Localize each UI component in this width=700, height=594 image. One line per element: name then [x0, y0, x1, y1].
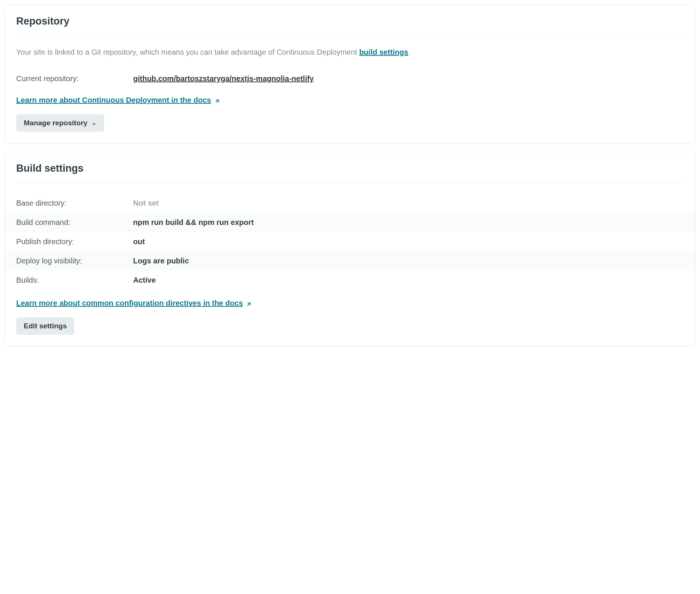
repository-card: Repository Your site is linked to a Git … — [5, 5, 695, 143]
table-row: Builds: Active — [5, 271, 695, 290]
chevron-down-icon — [91, 120, 97, 126]
repository-description: Your site is linked to a Git repository,… — [16, 46, 684, 58]
svg-line-1 — [248, 303, 250, 305]
table-row: Deploy log visibility: Logs are public — [5, 251, 695, 271]
base-directory-value: Not set — [133, 199, 159, 208]
manage-repository-label: Manage repository — [24, 119, 88, 127]
learn-more-wrap: Learn more about common configuration di… — [16, 299, 684, 308]
edit-settings-label: Edit settings — [24, 322, 67, 330]
learn-more-text: Learn more about common configuration di… — [16, 299, 243, 308]
current-repository-row: Current repository: github.com/bartoszst… — [16, 69, 684, 88]
build-settings-table: Base directory: Not set Build command: n… — [5, 194, 695, 290]
manage-repository-button[interactable]: Manage repository — [16, 114, 104, 132]
build-settings-title: Build settings — [16, 163, 684, 183]
build-command-value: npm run build && npm run export — [133, 218, 254, 227]
learn-more-continuous-deployment-link[interactable]: Learn more about Continuous Deployment i… — [16, 96, 220, 105]
current-repository-label: Current repository: — [16, 74, 133, 83]
deploy-log-visibility-label: Deploy log visibility: — [16, 257, 133, 265]
learn-more-text: Learn more about Continuous Deployment i… — [16, 96, 211, 105]
deploy-log-visibility-value: Logs are public — [133, 257, 189, 265]
learn-more-wrap: Learn more about Continuous Deployment i… — [16, 96, 684, 105]
build-settings-card: Build settings Base directory: Not set B… — [5, 152, 695, 346]
repository-description-pre: Your site is linked to a Git repository,… — [16, 48, 359, 56]
base-directory-label: Base directory: — [16, 199, 133, 208]
table-row: Base directory: Not set — [5, 194, 695, 213]
build-settings-link[interactable]: build settings — [359, 48, 408, 56]
publish-directory-label: Publish directory: — [16, 237, 133, 246]
learn-more-configuration-link[interactable]: Learn more about common configuration di… — [16, 299, 252, 308]
external-link-icon — [214, 97, 220, 103]
builds-label: Builds: — [16, 276, 133, 285]
edit-settings-button[interactable]: Edit settings — [16, 317, 74, 335]
publish-directory-value: out — [133, 237, 145, 246]
builds-value: Active — [133, 276, 156, 285]
table-row: Build command: npm run build && npm run … — [5, 213, 695, 232]
repository-description-post: . — [408, 48, 410, 56]
table-row: Publish directory: out — [5, 232, 695, 251]
build-command-label: Build command: — [16, 218, 133, 227]
repository-title: Repository — [16, 15, 684, 36]
external-link-icon — [246, 300, 252, 306]
current-repository-link[interactable]: github.com/bartoszstaryga/nextjs-magnoli… — [133, 74, 314, 83]
